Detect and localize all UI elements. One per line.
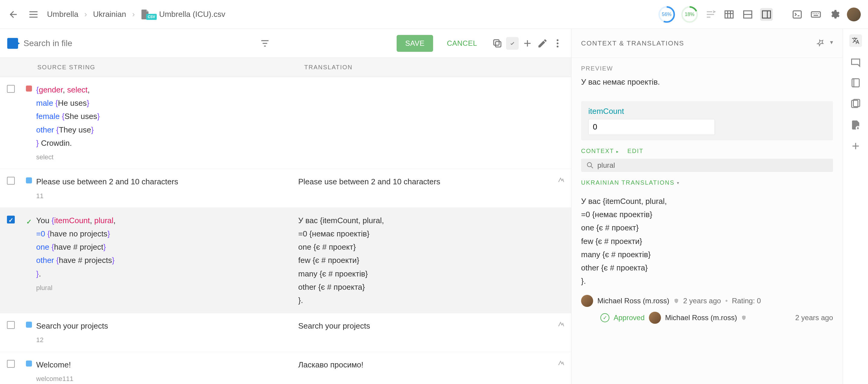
- back-button[interactable]: [7, 8, 20, 21]
- edit-icon[interactable]: [536, 37, 549, 50]
- source-meta: welcome111: [36, 373, 291, 384]
- translated-progress[interactable]: 56%: [658, 6, 675, 23]
- qa-icon[interactable]: [557, 360, 565, 371]
- row-checkbox[interactable]: [7, 216, 15, 223]
- svg-rect-15: [495, 41, 501, 47]
- preview-label: PREVIEW: [581, 65, 833, 72]
- row-checkbox[interactable]: [7, 177, 15, 185]
- svg-rect-20: [852, 79, 859, 87]
- more-icon[interactable]: [551, 37, 564, 50]
- approver-name[interactable]: Michael Ross (m.ross): [665, 314, 737, 322]
- qa-icon[interactable]: [557, 321, 565, 332]
- horizontal-layout-icon[interactable]: [741, 8, 754, 21]
- svg-rect-14: [494, 40, 499, 45]
- breadcrumb-file-label: Umbrella (ICU).csv: [159, 10, 225, 19]
- svg-point-11: [816, 13, 817, 14]
- pin-icon[interactable]: [816, 38, 825, 48]
- breadcrumb-language[interactable]: Ukrainian: [93, 10, 126, 19]
- svg-point-10: [815, 13, 815, 14]
- svg-rect-4: [725, 11, 733, 18]
- verified-icon: [674, 298, 679, 303]
- cancel-button[interactable]: CANCEL: [438, 35, 486, 52]
- collapse-icon[interactable]: ▾: [830, 38, 833, 48]
- author-name[interactable]: Michael Ross (m.ross): [597, 297, 670, 305]
- translation-text: [299, 83, 571, 163]
- qa-icon[interactable]: [557, 177, 565, 188]
- approved-progress[interactable]: 18%: [681, 6, 698, 23]
- edit-context-button[interactable]: EDIT: [627, 148, 644, 155]
- chevron-right-icon: ›: [84, 10, 87, 19]
- row-checkbox[interactable]: [7, 321, 15, 329]
- source-text: Search your projects12: [36, 319, 299, 346]
- source-meta: 12: [36, 334, 291, 346]
- translation-text: У вас {itemCount, plural,=0 {немає проек…: [299, 214, 571, 307]
- table-row[interactable]: Search your projects12Search your projec…: [0, 313, 571, 352]
- table-row[interactable]: Welcome!welcome111Ласкаво просимо!: [0, 352, 571, 384]
- source-text: Welcome!welcome111: [36, 358, 299, 384]
- workflow-icon[interactable]: [704, 8, 717, 21]
- table-row[interactable]: ✓You {itemCount, plural,=0 {have no proj…: [0, 208, 571, 313]
- author-time: 2 years ago: [683, 297, 721, 305]
- approved-row: ✓ Approved Michael Ross (m.ross) 2 years…: [571, 309, 843, 326]
- translate-panel-icon[interactable]: [849, 34, 862, 47]
- approved-time: 2 years ago: [795, 314, 833, 322]
- svg-point-16: [557, 39, 558, 41]
- right-panel-title: CONTEXT & TRANSLATIONS: [581, 39, 684, 47]
- user-avatar[interactable]: [847, 7, 861, 21]
- search-input[interactable]: [24, 38, 253, 48]
- svg-point-19: [587, 163, 592, 167]
- tm-panel-icon[interactable]: [849, 98, 862, 110]
- copy-source-icon[interactable]: [491, 37, 504, 50]
- breadcrumb-project[interactable]: Umbrella: [47, 10, 79, 19]
- table-row[interactable]: Please use between 2 and 10 characters11…: [0, 169, 571, 208]
- source-meta: plural: [36, 282, 291, 293]
- terminal-icon[interactable]: [791, 8, 804, 21]
- svg-point-18: [557, 45, 558, 47]
- status-approved-icon: ✓: [26, 216, 32, 307]
- settings-icon[interactable]: [828, 8, 841, 21]
- table-view-icon[interactable]: [723, 8, 735, 21]
- table-header: SOURCE STRING TRANSLATION: [0, 58, 571, 77]
- status-translated-icon: [26, 322, 32, 328]
- translations-label[interactable]: UKRAINIAN TRANSLATIONS ▾: [581, 179, 833, 186]
- vertical-layout-icon[interactable]: [760, 8, 773, 21]
- menu-button[interactable]: [27, 8, 40, 21]
- action-row: SAVE CANCEL: [0, 29, 571, 58]
- svg-point-12: [818, 13, 819, 14]
- translation-body: У вас {itemCount, plural,=0 {немає проек…: [571, 190, 843, 292]
- add-panel-icon[interactable]: [849, 140, 862, 152]
- param-input[interactable]: [588, 119, 715, 135]
- preview-text: У вас немає проектів.: [581, 75, 833, 94]
- author-row: Michael Ross (m.ross) 2 years ago • Rati…: [571, 292, 843, 309]
- table-row[interactable]: {gender, select,male {He uses}female {Sh…: [0, 77, 571, 169]
- svg-rect-6: [763, 11, 771, 18]
- save-button[interactable]: SAVE: [397, 35, 433, 52]
- status-untranslated-icon: [26, 86, 32, 92]
- comments-panel-icon[interactable]: [849, 56, 862, 68]
- right-rail: [843, 29, 868, 384]
- keyboard-icon[interactable]: [809, 8, 822, 21]
- translation-text: Please use between 2 and 10 characters: [299, 175, 571, 201]
- svg-rect-8: [811, 12, 820, 17]
- csv-badge: CSV: [146, 14, 157, 20]
- row-checkbox[interactable]: [7, 85, 15, 93]
- approver-avatar[interactable]: [649, 312, 661, 324]
- source-meta: 11: [36, 190, 291, 201]
- breadcrumb: Umbrella › Ukrainian › CSV Umbrella (ICU…: [47, 9, 225, 20]
- breadcrumb-file[interactable]: CSV Umbrella (ICU).csv: [141, 9, 225, 20]
- header-source: SOURCE STRING: [36, 64, 304, 71]
- source-meta: select: [36, 152, 291, 163]
- approve-icon[interactable]: [506, 37, 519, 50]
- author-avatar[interactable]: [581, 295, 593, 307]
- verified-icon: [741, 315, 747, 320]
- row-checkbox[interactable]: [7, 360, 15, 368]
- filter-icon[interactable]: [258, 37, 271, 50]
- param-block: itemCount: [581, 101, 833, 140]
- add-icon[interactable]: [521, 37, 534, 50]
- tag-icon[interactable]: [7, 38, 18, 49]
- file-info-icon[interactable]: [849, 119, 862, 131]
- terms-panel-icon[interactable]: [849, 76, 862, 89]
- context-label[interactable]: CONTEXT ▸: [581, 148, 619, 155]
- header-translation: TRANSLATION: [304, 64, 571, 71]
- source-text: {gender, select,male {He uses}female {Sh…: [36, 83, 299, 163]
